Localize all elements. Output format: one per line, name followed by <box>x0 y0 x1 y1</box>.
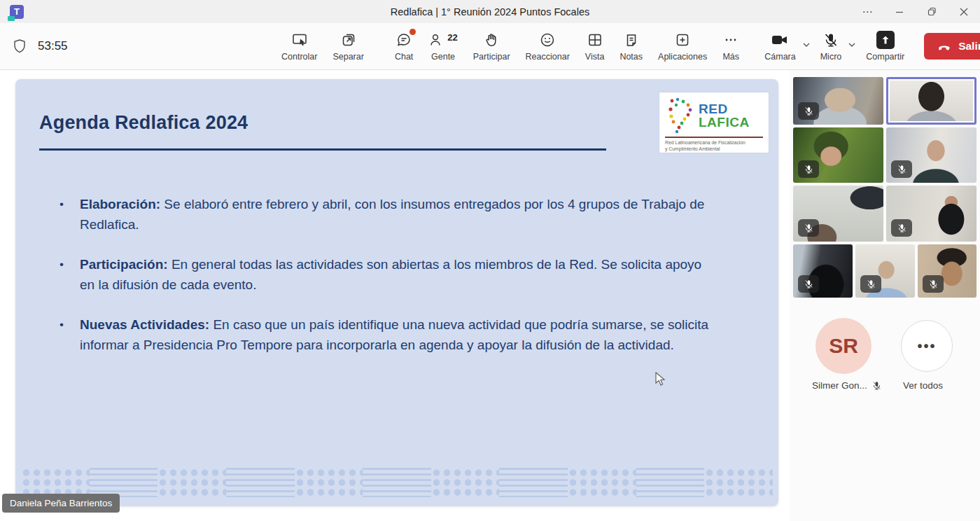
hangup-phone-icon <box>937 39 952 54</box>
window-close-button[interactable] <box>948 0 980 23</box>
mic-muted-icon <box>822 31 839 49</box>
logo-divider <box>665 137 763 138</box>
shield-icon <box>11 38 28 55</box>
micro-dropdown-chevron[interactable] <box>848 34 856 58</box>
participant-avatar-sr[interactable]: SR <box>816 318 872 374</box>
camera-on-icon <box>771 31 789 49</box>
participant-video-2-active-speaker[interactable] <box>886 77 976 125</box>
presentation-stage: Agenda Redlafica 2024 •Elaboración: Se e… <box>0 70 790 521</box>
participants-rail: SR ••• Silmer Gon... Ver todos <box>790 70 980 521</box>
chat-button[interactable]: Chat <box>389 28 419 64</box>
redlafica-logo: RED LAFICA Red Latinoamericana de Fiscal… <box>659 92 769 153</box>
window-titlebar: Redlafica | 1° Reunión 2024 Puntos Focal… <box>0 0 980 23</box>
slide-bullet-list: •Elaboración: Se elaboró entre febrero y… <box>80 195 718 375</box>
window-restore-button[interactable] <box>916 0 948 23</box>
controlar-button[interactable]: Controlar <box>276 28 323 64</box>
smiley-icon <box>539 31 556 49</box>
participant-count: 22 <box>447 32 457 43</box>
window-minimize-button[interactable] <box>883 0 916 23</box>
aplicaciones-button[interactable]: Aplicaciones <box>652 28 713 64</box>
mic-muted-badge <box>798 102 819 120</box>
slide-title: Agenda Redlafica 2024 <box>39 112 248 134</box>
slide-footer-pattern <box>21 468 773 497</box>
vista-button[interactable]: Vista <box>580 28 610 64</box>
camara-button[interactable]: Cámara <box>759 28 801 64</box>
logo-tagline-1: Red Latinoamericana de Fiscalización <box>665 140 763 146</box>
control-screen-icon <box>291 31 308 49</box>
share-screen-icon <box>876 31 895 49</box>
micro-button[interactable]: Micro <box>815 28 848 64</box>
salir-button[interactable]: Salir <box>924 33 980 60</box>
bullet-participacion: •Participación: En general todas las act… <box>80 255 718 295</box>
south-america-map-icon <box>665 97 699 134</box>
mic-muted-icon <box>872 380 882 391</box>
mas-button[interactable]: Más <box>717 28 745 64</box>
gente-button[interactable]: 22 Gente <box>423 28 463 64</box>
window-title: Redlafica | 1° Reunión 2024 Puntos Focal… <box>0 6 980 18</box>
participant-video-9[interactable] <box>918 244 976 298</box>
participant-video-1[interactable] <box>793 77 883 125</box>
logo-word-lafica: LAFICA <box>699 116 750 129</box>
mic-muted-badge <box>798 219 819 237</box>
logo-tagline-2: y Cumplimiento Ambiental <box>665 146 763 153</box>
meeting-toolbar: 53:55 Controlar Separar Chat 22 Gente Pa… <box>0 23 980 70</box>
ver-todos-circle[interactable]: ••• <box>901 320 953 372</box>
participant-video-4[interactable] <box>886 127 976 183</box>
ellipsis-icon <box>722 31 739 49</box>
grid-view-icon <box>587 31 603 49</box>
participar-button[interactable]: Participar <box>468 28 516 64</box>
apps-plus-icon <box>674 31 691 49</box>
notas-button[interactable]: Notas <box>614 28 648 64</box>
logo-word-red: RED <box>699 102 750 116</box>
mic-muted-badge <box>923 275 944 293</box>
overflow-participant-label: Silmer Gon... <box>812 380 882 391</box>
camara-dropdown-chevron[interactable] <box>802 34 811 58</box>
mic-muted-badge <box>798 275 819 293</box>
teams-app-icon <box>10 5 24 19</box>
self-view-video[interactable] <box>793 415 976 519</box>
participant-video-7[interactable] <box>793 244 853 298</box>
title-underline <box>39 148 606 151</box>
participant-video-8[interactable] <box>855 244 915 298</box>
chat-icon <box>396 31 412 49</box>
overflow-participants-section: SR ••• Silmer Gon... Ver todos <box>790 307 980 412</box>
meeting-timer: 53:55 <box>38 39 68 53</box>
compartir-button[interactable]: Compartir <box>860 28 910 64</box>
participant-video-6[interactable] <box>886 186 976 242</box>
notes-icon <box>623 31 640 49</box>
teams-new-badge <box>8 16 15 21</box>
chat-alert-dot <box>410 29 416 35</box>
mouse-cursor <box>655 372 668 387</box>
mic-muted-badge <box>798 160 819 178</box>
people-icon <box>428 32 445 48</box>
bullet-nuevas-actividades: •Nuevas Actividades: En caso que un país… <box>80 315 718 355</box>
mic-muted-badge <box>891 160 912 178</box>
mic-muted-badge <box>891 219 912 237</box>
ver-todos-label[interactable]: Ver todos <box>903 380 943 391</box>
participant-video-5[interactable] <box>793 186 883 242</box>
participant-video-3[interactable] <box>793 127 883 183</box>
raise-hand-icon <box>483 31 500 49</box>
shared-slide: Agenda Redlafica 2024 •Elaboración: Se e… <box>15 79 778 506</box>
popout-icon <box>340 31 357 49</box>
bullet-elaboracion: •Elaboración: Se elaboró entre febrero y… <box>80 195 718 235</box>
separar-button[interactable]: Separar <box>327 28 369 64</box>
window-more-button[interactable]: ⋯ <box>851 0 883 23</box>
presenter-name-tag: Daniela Peña Barrientos <box>2 494 120 513</box>
mic-muted-badge <box>860 275 881 293</box>
reaccionar-button[interactable]: Reaccionar <box>520 28 575 64</box>
